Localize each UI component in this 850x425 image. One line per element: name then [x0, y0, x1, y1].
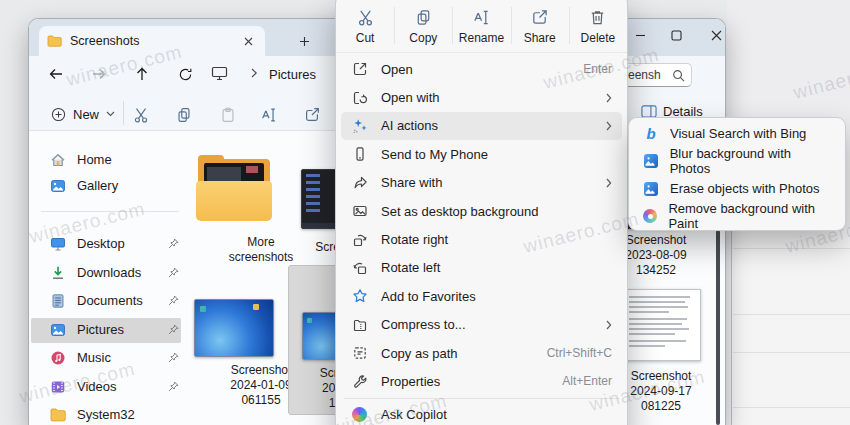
- pin-icon: [168, 238, 179, 249]
- file-thumbnail-document[interactable]: [623, 289, 701, 361]
- ai-sparkle-icon: [351, 117, 368, 134]
- menu-item-ask-copilot[interactable]: Ask Copilot: [341, 401, 622, 425]
- this-pc-icon[interactable]: [211, 66, 228, 81]
- rotate-right-icon: [351, 231, 368, 248]
- menu-item-properties[interactable]: Properties Alt+Enter: [341, 367, 622, 395]
- back-icon[interactable]: [43, 61, 69, 87]
- menu-item-rotate-left[interactable]: Rotate left: [341, 254, 622, 282]
- rotate-left-icon: [351, 259, 368, 276]
- gallery-icon: [49, 177, 67, 195]
- copy-as-path-icon: [351, 345, 368, 362]
- sidebar-item-downloads[interactable]: Downloads: [37, 260, 187, 285]
- new-tab-button[interactable]: [293, 30, 315, 52]
- toolbar-paste-icon[interactable]: [215, 102, 241, 128]
- menu-item-add-to-favorites[interactable]: Add to Favorites: [341, 282, 622, 310]
- copy-button[interactable]: Copy: [394, 1, 452, 52]
- share-button[interactable]: Share: [511, 1, 569, 52]
- context-menu: Cut Copy Rename Share Delete Open: [335, 0, 628, 425]
- pin-icon: [168, 267, 179, 278]
- close-button[interactable]: [703, 25, 729, 45]
- delete-button[interactable]: Delete: [569, 1, 627, 52]
- submenu-chevron-icon: [606, 121, 612, 131]
- menu-item-set-as-desktop-background[interactable]: Set as desktop background: [341, 197, 622, 225]
- sidebar-item-label: Desktop: [77, 236, 168, 251]
- sidebar-item-documents[interactable]: Documents: [37, 288, 187, 313]
- sidebar-item-gallery[interactable]: Gallery: [37, 173, 187, 198]
- background-row-divider: [733, 314, 850, 315]
- star-icon: [351, 288, 368, 305]
- phone-icon: [351, 146, 368, 163]
- photos-icon: [642, 152, 660, 170]
- ai-actions-submenu: b Visual Search with Bing Blur backgroun…: [628, 117, 846, 231]
- bing-icon: b: [642, 125, 660, 143]
- refresh-icon[interactable]: [172, 61, 198, 87]
- submenu-chevron-icon: [606, 93, 612, 103]
- delete-icon: [588, 8, 607, 27]
- quick-actions-row: Cut Copy Rename Share Delete: [336, 0, 627, 53]
- menu-item-open-with[interactable]: Open with: [341, 83, 622, 111]
- pin-icon: [168, 324, 179, 335]
- copilot-icon: [351, 406, 368, 423]
- sidebar-item-videos[interactable]: Videos: [37, 374, 187, 399]
- sidebar-item-label: Gallery: [77, 178, 187, 193]
- toolbar-rename-icon[interactable]: [256, 102, 282, 128]
- new-button[interactable]: New: [41, 100, 125, 128]
- pictures-icon: [49, 321, 67, 339]
- tab-title: Screenshots: [70, 34, 239, 48]
- maximize-button[interactable]: [663, 25, 689, 45]
- file-more-screenshots[interactable]: [196, 155, 274, 227]
- forward-icon[interactable]: [86, 61, 112, 87]
- sidebar-item-label: Music: [77, 350, 168, 365]
- menu-item-send-to-my-phone[interactable]: Send to My Phone: [341, 140, 622, 168]
- submenu-item-visual-search-bing[interactable]: b Visual Search with Bing: [634, 120, 840, 148]
- up-icon[interactable]: [129, 61, 155, 87]
- submenu-item-remove-background-paint[interactable]: Remove background with Paint: [634, 203, 840, 231]
- vertical-scrollbar[interactable]: [716, 230, 720, 425]
- tab-screenshots[interactable]: Screenshots: [39, 26, 265, 56]
- menu-item-share-with[interactable]: Share with: [341, 169, 622, 197]
- wrench-icon: [351, 373, 368, 390]
- sidebar-item-label: Home: [77, 152, 187, 167]
- breadcrumb-chevron-icon: [251, 68, 258, 78]
- pin-icon: [168, 381, 179, 392]
- submenu-item-erase-objects-photos[interactable]: Erase objects with Photos: [634, 175, 840, 203]
- minimize-button[interactable]: [627, 25, 653, 45]
- context-menu-items: Open Enter Open with AI actions Send to …: [336, 53, 627, 425]
- sidebar-item-system32[interactable]: System32: [37, 402, 187, 425]
- wallpaper-icon: [351, 203, 368, 220]
- sidebar-divider: [41, 211, 179, 212]
- menu-item-copy-as-path[interactable]: Copy as path Ctrl+Shift+C: [341, 339, 622, 367]
- toolbar-cut-icon[interactable]: [128, 102, 154, 128]
- sidebar-item-home[interactable]: Home: [37, 147, 187, 172]
- background-row-divider: [733, 407, 850, 408]
- breadcrumb-pictures[interactable]: Pictures: [269, 67, 316, 82]
- folder-icon: [49, 406, 67, 424]
- open-with-icon: [351, 89, 368, 106]
- tab-close-icon[interactable]: [239, 32, 257, 50]
- menu-item-rotate-right[interactable]: Rotate right: [341, 225, 622, 253]
- sidebar-item-label: Videos: [77, 379, 168, 394]
- menu-item-ai-actions[interactable]: AI actions: [341, 112, 622, 140]
- menu-item-compress-to[interactable]: Compress to...: [341, 311, 622, 339]
- toolbar-copy-icon[interactable]: [171, 102, 197, 128]
- menu-item-open[interactable]: Open Enter: [341, 55, 622, 83]
- toolbar-share-icon[interactable]: [299, 102, 325, 128]
- pin-icon: [168, 295, 179, 306]
- cut-icon: [356, 8, 375, 27]
- share-with-icon: [351, 174, 368, 191]
- documents-icon: [49, 292, 67, 310]
- background-window-panel: [731, 228, 850, 425]
- submenu-item-blur-background-photos[interactable]: Blur background with Photos: [634, 148, 840, 176]
- desktop-icon: [49, 235, 67, 253]
- cut-button[interactable]: Cut: [336, 1, 394, 52]
- new-button-label: New: [73, 107, 99, 122]
- pin-icon: [168, 352, 179, 363]
- chevron-down-icon: [106, 111, 115, 117]
- sidebar-item-pictures[interactable]: Pictures: [37, 317, 187, 342]
- rename-button[interactable]: Rename: [452, 1, 510, 52]
- background-row-divider: [733, 352, 850, 353]
- sidebar-item-desktop[interactable]: Desktop: [37, 231, 187, 256]
- submenu-chevron-icon: [606, 178, 612, 188]
- sidebar-item-music[interactable]: Music: [37, 345, 187, 370]
- file-thumbnail-bloom[interactable]: [194, 299, 274, 357]
